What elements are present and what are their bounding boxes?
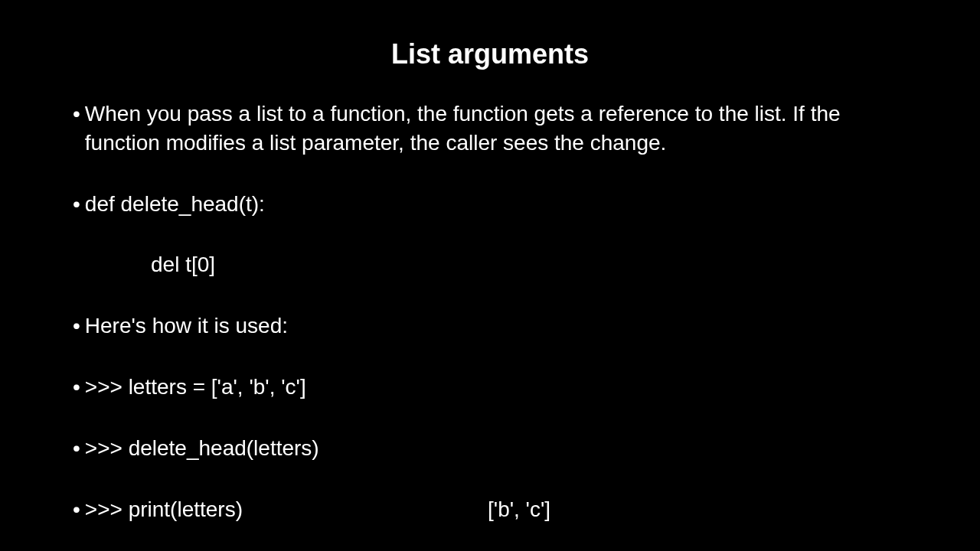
bullet-item-3: • Here's how it is used:: [73, 311, 907, 341]
bullet-item-2: • def delete_head(t):: [73, 190, 907, 219]
slide-title: List arguments: [73, 38, 907, 70]
bullet-dot-icon: •: [73, 190, 80, 219]
bullet-dot-icon: •: [73, 434, 80, 463]
bullet-item-5: • >>> delete_head(letters): [73, 434, 907, 463]
bullet-item-4: • >>> letters = ['a', 'b', 'c']: [73, 373, 907, 402]
indented-code-line: del t[0]: [73, 250, 907, 279]
bullet-text-4: >>> letters = ['a', 'b', 'c']: [85, 373, 306, 402]
bullet-text-3: Here's how it is used:: [85, 311, 288, 341]
bullet-dot-icon: •: [73, 495, 80, 524]
bullet-dot-icon: •: [73, 373, 80, 402]
bullet-text-6: >>> print(letters): [85, 495, 243, 524]
bullet-text-1: When you pass a list to a function, the …: [85, 99, 907, 158]
bullet-item-1: • When you pass a list to a function, th…: [73, 99, 907, 158]
slide-container: List arguments • When you pass a list to…: [0, 0, 980, 551]
code-output: ['b', 'c']: [488, 495, 550, 524]
bullet-text-2: def delete_head(t):: [85, 190, 265, 219]
bullet-text-5: >>> delete_head(letters): [85, 434, 319, 463]
bullet-dot-icon: •: [73, 99, 80, 129]
bullet-item-6: • >>> print(letters) ['b', 'c']: [73, 495, 907, 524]
bullet-dot-icon: •: [73, 311, 80, 341]
